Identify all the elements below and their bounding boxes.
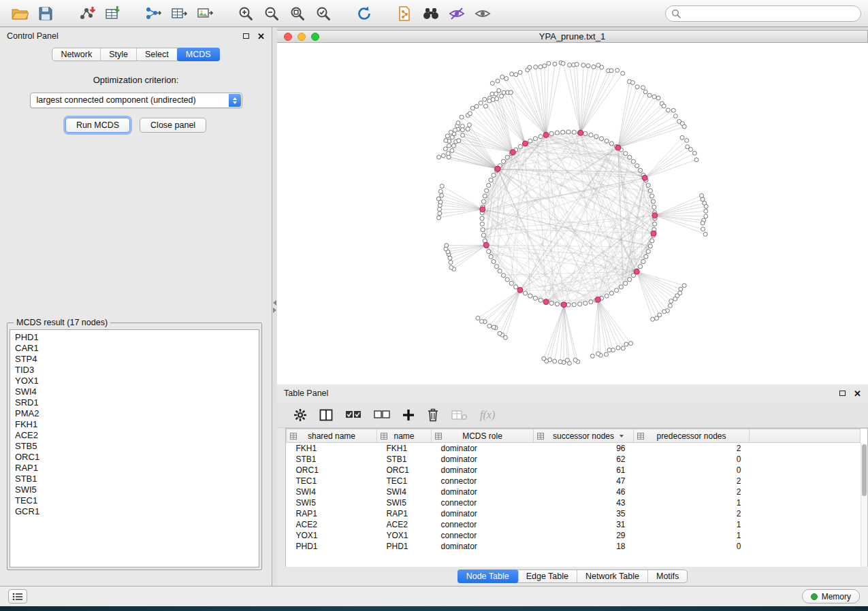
checked-boxes-icon [345,410,361,420]
zoom-out-button[interactable] [259,3,285,24]
zoom-selected-button[interactable] [310,3,336,24]
export-table-button[interactable] [166,3,192,24]
panel-splitter[interactable] [272,27,277,586]
add-column-button[interactable] [402,409,415,421]
table-row[interactable]: SWI5SWI5connector431 [287,497,861,508]
mcds-result-item[interactable]: STB5 [15,441,259,452]
mcds-result-item[interactable]: TEC1 [15,495,259,506]
table-panel-title: Table Panel [284,389,328,398]
table-cell: connector [432,530,534,541]
network-canvas[interactable] [277,43,868,384]
collapse-left-icon[interactable] [273,300,276,306]
column-header-successor-nodes[interactable]: successor nodes [534,429,634,443]
import-network-button[interactable] [74,3,99,24]
table-row[interactable]: TEC1TEC1connector472 [287,476,861,486]
save-button[interactable] [33,3,59,24]
close-panel-button[interactable]: Close panel [140,118,206,133]
table-row[interactable]: YOX1YOX1connector291 [287,530,861,541]
table-cell: dominator [432,508,534,519]
zoom-fit-icon [289,5,306,22]
float-panel-icon[interactable] [243,33,249,39]
hide-annotations-button[interactable] [444,3,470,24]
mcds-result-item[interactable]: TID3 [15,365,259,376]
column-header-name[interactable]: name [377,429,432,443]
tab-select[interactable]: Select [137,48,178,61]
select-all-button[interactable] [345,410,361,420]
tab-node-table[interactable]: Node Table [457,569,519,583]
table-row[interactable]: RAP1RAP1dominator352 [287,508,861,519]
show-graphics-button[interactable] [470,3,496,24]
tab-motifs[interactable]: Motifs [648,570,687,582]
share-document-button[interactable] [392,3,418,24]
table-cell: 29 [534,530,634,541]
tab-style[interactable]: Style [101,48,137,61]
expand-right-icon[interactable] [273,308,276,313]
panel-menu-button[interactable] [8,589,27,604]
table-cell: 61 [534,465,634,476]
mcds-result-item[interactable]: PMA2 [15,408,259,419]
tab-mcds[interactable]: MCDS [177,48,220,61]
column-header-shared-name[interactable]: shared name [287,429,377,443]
memory-status-icon [811,593,818,600]
main-toolbar [0,0,868,27]
scrollbar-thumb[interactable] [862,444,867,496]
mcds-result-item[interactable]: SRD1 [15,397,259,408]
table-row[interactable]: SWI4SWI4dominator462 [287,486,861,497]
mcds-result-item[interactable]: ORC1 [15,452,259,463]
zoom-fit-button[interactable] [285,3,310,24]
mcds-result-list[interactable]: PHD1CAR1STP4TID3YOX1SWI4SRD1PMA2FKH1ACE2… [10,329,259,567]
table-row[interactable]: ORC1ORC1dominator610 [287,465,861,476]
column-dropdown-icon[interactable] [620,435,624,437]
network-window-titlebar[interactable]: YPA_prune.txt_1 [277,31,867,43]
import-network-icon [78,5,95,22]
table-row[interactable]: FKH1FKH1dominator962 [287,443,861,454]
mcds-result-item[interactable]: YOX1 [15,376,259,386]
mcds-result-item[interactable]: SWI5 [15,484,259,495]
table-cell: 1 [634,530,750,541]
mcds-result-item[interactable]: GCR1 [15,506,259,517]
column-header-label: MCDS role [462,431,502,441]
table-scrollbar[interactable] [861,443,867,567]
zoom-in-button[interactable] [233,3,259,24]
float-table-panel-icon[interactable] [839,391,846,396]
mcds-result-item[interactable]: SWI4 [15,386,259,397]
deselect-all-button[interactable] [374,410,390,420]
mcds-result-item[interactable]: ACE2 [15,430,259,441]
table-cell: 2 [634,508,750,519]
mcds-result-item[interactable]: RAP1 [15,463,259,474]
delete-column-button[interactable] [427,408,439,422]
table-cell: SWI5 [287,497,377,508]
mcds-result-item[interactable]: FKH1 [15,419,259,430]
close-table-panel-icon[interactable]: ✕ [854,389,861,398]
mcds-result-item[interactable]: STP4 [15,354,259,365]
show-columns-button[interactable] [319,409,333,421]
search-network-button[interactable] [418,3,444,24]
table-cell: STB1 [287,454,377,465]
optimization-criterion-select[interactable]: largest connected component (undirected) [30,93,242,108]
mcds-result-item[interactable]: CAR1 [15,343,259,354]
column-type-icon [537,433,544,440]
run-mcds-button[interactable]: Run MCDS [65,118,130,133]
mcds-result-item[interactable]: PHD1 [15,332,259,343]
import-table-button[interactable] [99,3,125,24]
table-row[interactable]: STB1STB1dominator620 [287,454,861,465]
close-panel-icon[interactable]: ✕ [257,32,265,41]
table-settings-button[interactable] [293,408,307,422]
table-row[interactable]: PHD1PHD1dominator180 [287,541,861,552]
memory-button[interactable]: Memory [802,589,860,604]
column-header-predecessor-nodes[interactable]: predecessor nodes [634,429,750,443]
open-file-button[interactable] [7,3,33,24]
tab-network[interactable]: Network [52,48,101,61]
column-header-MCDS-role[interactable]: MCDS role [432,429,534,443]
export-image-button[interactable] [192,3,218,24]
refresh-layout-button[interactable] [351,3,377,24]
tab-network-table[interactable]: Network Table [577,570,648,582]
table-cell: 35 [534,508,634,519]
tab-edge-table[interactable]: Edge Table [518,570,577,582]
export-network-button[interactable] [140,3,166,24]
table-cell: RAP1 [377,508,432,519]
mcds-result-item[interactable]: STB1 [15,474,259,484]
column-header-label: predecessor nodes [656,431,726,441]
table-row[interactable]: ACE2ACE2connector311 [287,519,861,530]
search-input[interactable] [684,9,855,18]
